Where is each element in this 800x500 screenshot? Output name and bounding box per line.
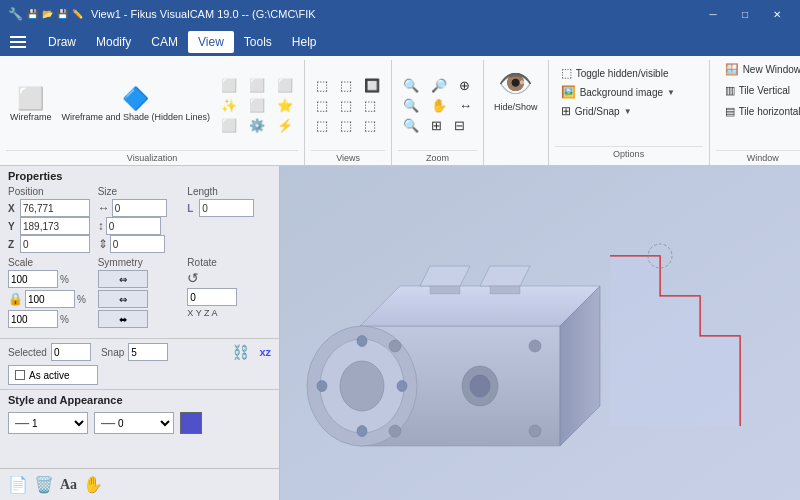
- menu-view[interactable]: View: [188, 31, 234, 53]
- zoom-btn7[interactable]: 🔍: [398, 116, 424, 135]
- main-content: Properties Position X Y Z: [0, 166, 800, 500]
- close-button[interactable]: ✕: [762, 4, 792, 24]
- size-h-input[interactable]: [106, 217, 161, 235]
- vis-icon-btn5[interactable]: ⬜: [244, 96, 270, 115]
- vis-icon-btn3[interactable]: ⬜: [272, 76, 298, 95]
- selected-snap-section: Selected Snap ⛓️ xz As active: [0, 339, 279, 390]
- view-btn5[interactable]: ⬚: [335, 96, 357, 115]
- hide-show-button[interactable]: 👁️ Hide/Show: [490, 64, 542, 115]
- menu-modify[interactable]: Modify: [86, 31, 141, 53]
- zoom-btn8[interactable]: ⊞: [426, 116, 447, 135]
- z-input[interactable]: [20, 235, 90, 253]
- view-btn9[interactable]: ⬚: [359, 116, 381, 135]
- sym-btn1[interactable]: ⇔: [98, 270, 148, 288]
- zoom-btn9[interactable]: ⊟: [449, 116, 470, 135]
- size-w-input[interactable]: [112, 199, 167, 217]
- svg-point-7: [357, 336, 367, 347]
- vis-icon-btn9[interactable]: ⚡: [272, 116, 298, 135]
- l-label: L: [187, 203, 197, 214]
- vis-icon-btn4[interactable]: ✨: [216, 96, 242, 115]
- scale-y-input[interactable]: [25, 290, 75, 308]
- wireframe-shade-button[interactable]: 🔷 Wireframe and Shade (Hidden Lines): [58, 85, 215, 125]
- z-label: Z: [8, 239, 18, 250]
- zoom-btn4[interactable]: 🔍: [398, 96, 424, 115]
- scale-x-input[interactable]: [8, 270, 58, 288]
- y-input[interactable]: [20, 217, 90, 235]
- snap-label: Snap: [101, 347, 124, 358]
- view-btn4[interactable]: ⬚: [311, 96, 333, 115]
- vis-row3: ⬜ ⚙️ ⚡: [216, 116, 298, 135]
- selected-group: Selected: [8, 343, 91, 361]
- size-row3: ⇕: [98, 235, 182, 253]
- zoom-btn3[interactable]: ⊕: [454, 76, 475, 95]
- size-icon1: ↔: [98, 201, 110, 215]
- toggle-hidden-visible-button[interactable]: ⬚ Toggle hidden/visible: [555, 64, 703, 82]
- minimize-button[interactable]: ─: [698, 4, 728, 24]
- rotate-label: Rotate: [187, 257, 271, 268]
- grid-snap-button[interactable]: ⊞ Grid/Snap ▼: [555, 102, 703, 120]
- rotate-icon: ↺: [187, 270, 199, 286]
- size-label: Size: [98, 186, 182, 197]
- svg-point-15: [470, 375, 490, 397]
- line-style-select[interactable]: ── 1 ── 2: [8, 412, 88, 434]
- length-input[interactable]: [199, 199, 254, 217]
- view-btn8[interactable]: ⬚: [335, 116, 357, 135]
- vis-icon-btn8[interactable]: ⚙️: [244, 116, 270, 135]
- selected-input[interactable]: [51, 343, 91, 361]
- vis-icon-btn1[interactable]: ⬜: [216, 76, 242, 95]
- zoom-btn6[interactable]: ↔: [454, 96, 477, 115]
- size-d-input[interactable]: [110, 235, 165, 253]
- size-group: Size ↔ ↕ ⇕: [98, 186, 182, 253]
- tile-horizontal-button[interactable]: ▤ Tile horizontal: [716, 102, 800, 121]
- sym-btn2[interactable]: ⇔: [98, 290, 148, 308]
- tile-vertical-button[interactable]: ▥ Tile Vertical: [716, 81, 799, 100]
- new-window-button[interactable]: 🪟 New Window: [716, 60, 800, 79]
- symmetry-label: Symmetry: [98, 257, 182, 268]
- views-col: ⬚ ⬚ 🔲 ⬚ ⬚ ⬚ ⬚ ⬚ ⬚: [311, 76, 385, 135]
- menu-help[interactable]: Help: [282, 31, 327, 53]
- svg-point-19: [529, 425, 541, 437]
- line-weight-select[interactable]: ── 0 ── 1: [94, 412, 174, 434]
- position-label: Position: [8, 186, 92, 197]
- as-active-checkbox[interactable]: [15, 370, 25, 380]
- viewport[interactable]: [280, 166, 800, 500]
- ribbon-group-views: ⬚ ⬚ 🔲 ⬚ ⬚ ⬚ ⬚ ⬚ ⬚ Views: [305, 60, 392, 165]
- x-input[interactable]: [20, 199, 90, 217]
- menu-draw[interactable]: Draw: [38, 31, 86, 53]
- new-doc-icon[interactable]: 📄: [8, 475, 28, 494]
- color-picker[interactable]: [180, 412, 202, 434]
- view-btn6[interactable]: ⬚: [359, 96, 381, 115]
- view-btn7[interactable]: ⬚: [311, 116, 333, 135]
- view-btn1[interactable]: ⬚: [311, 76, 333, 95]
- menu-tools[interactable]: Tools: [234, 31, 282, 53]
- zoom-btn2[interactable]: 🔎: [426, 76, 452, 95]
- maximize-button[interactable]: □: [730, 4, 760, 24]
- length-row: L: [187, 199, 271, 217]
- view-btn2[interactable]: ⬚: [335, 76, 357, 95]
- hand-icon[interactable]: ✋: [83, 475, 103, 494]
- rotate-input[interactable]: [187, 288, 237, 306]
- rotate-group: Rotate ↺ X Y Z A: [187, 257, 271, 330]
- scale-row2: 🔒 %: [8, 290, 92, 308]
- vis-icon-btn2[interactable]: ⬜: [244, 76, 270, 95]
- text-icon[interactable]: Aa: [60, 477, 77, 493]
- vis-icon-btn7[interactable]: ⬜: [216, 116, 242, 135]
- background-image-button[interactable]: 🖼️ Background image ▼: [555, 83, 703, 101]
- view-btn3[interactable]: 🔲: [359, 76, 385, 95]
- svg-point-17: [529, 340, 541, 352]
- wireframe-button[interactable]: ⬜ Wireframe: [6, 85, 56, 125]
- trash-icon[interactable]: 🗑️: [34, 475, 54, 494]
- zoom-buttons: 🔍 🔎 ⊕ 🔍 ✋ ↔ 🔍 ⊞ ⊟: [398, 60, 477, 150]
- vis-icon-btn6[interactable]: ⭐: [272, 96, 298, 115]
- scale-z-input[interactable]: [8, 310, 58, 328]
- menu-cam[interactable]: CAM: [141, 31, 188, 53]
- titlebar: 🔧 💾 📂 💾 ✏️ View1 - Fikus VisualCAM 19.0 …: [0, 0, 800, 28]
- scale-group: Scale % 🔒 % %: [8, 257, 92, 330]
- zoom-btn1[interactable]: 🔍: [398, 76, 424, 95]
- sym-btn3[interactable]: ⬌: [98, 310, 148, 328]
- snap-input[interactable]: [128, 343, 168, 361]
- zoom-btn5[interactable]: ✋: [426, 96, 452, 115]
- hamburger-menu[interactable]: [4, 28, 32, 56]
- as-active-button[interactable]: As active: [8, 365, 98, 385]
- window-controls: ─ □ ✕: [698, 4, 792, 24]
